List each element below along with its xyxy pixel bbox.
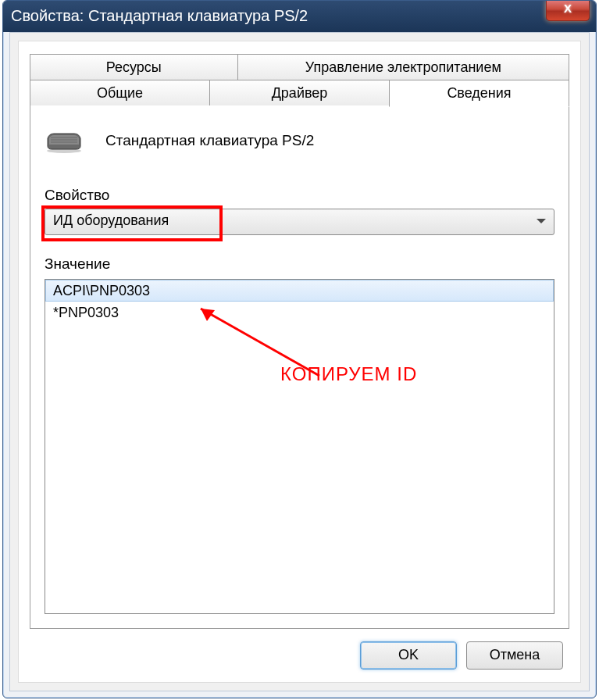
property-dropdown-selected: ИД оборудования (53, 212, 169, 229)
device-name: Стандартная клавиатура PS/2 (105, 132, 314, 149)
property-label: Свойство (45, 187, 109, 204)
client-inner: Ресурсы Управление электропитанием Общие… (18, 41, 581, 683)
tab-resources[interactable]: Ресурсы (30, 54, 238, 80)
value-label: Значение (45, 255, 110, 273)
properties-window: Свойства: Стандартная клавиатура PS/2 X … (2, 0, 597, 698)
dialog-buttons: OK Отмена (351, 641, 563, 668)
close-button[interactable]: X (546, 0, 590, 21)
keyboard-icon (45, 127, 84, 154)
cancel-button[interactable]: Отмена (466, 641, 563, 670)
list-item[interactable]: *PNP0303 (45, 302, 554, 323)
titlebar: Свойства: Стандартная клавиатура PS/2 X (3, 1, 596, 32)
property-dropdown[interactable]: ИД оборудования (45, 209, 554, 235)
tab-power-management[interactable]: Управление электропитанием (237, 54, 569, 80)
device-header: Стандартная клавиатура PS/2 (45, 127, 554, 154)
tab-page-details: Стандартная клавиатура PS/2 Свойство ИД … (30, 105, 569, 629)
tab-driver[interactable]: Драйвер (209, 80, 390, 107)
ok-button[interactable]: OK (360, 641, 457, 670)
chevron-down-icon (537, 219, 546, 223)
tab-strip: Ресурсы Управление электропитанием Общие… (30, 54, 569, 112)
value-listbox[interactable]: ACPI\PNP0303 *PNP0303 (45, 279, 554, 614)
window-title: Свойства: Стандартная клавиатура PS/2 (11, 7, 308, 25)
list-item[interactable]: ACPI\PNP0303 (45, 280, 554, 302)
tab-general[interactable]: Общие (30, 80, 210, 107)
client-area: Ресурсы Управление электропитанием Общие… (9, 32, 590, 691)
tab-details[interactable]: Сведения (389, 80, 569, 107)
